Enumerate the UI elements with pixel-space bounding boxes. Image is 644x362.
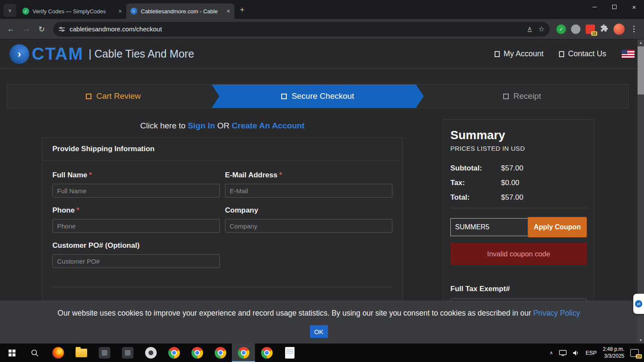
cookie-ok-button[interactable]: OK <box>310 325 328 338</box>
app-icon <box>122 347 134 359</box>
step-label: Receipt <box>513 91 541 101</box>
customer-po-input[interactable] <box>52 254 220 268</box>
chrome-icon <box>189 345 205 361</box>
scroll-up-icon[interactable]: ▲ <box>638 40 644 46</box>
back-button[interactable]: ← <box>3 22 18 37</box>
browser-toolbar: ← → ↻ cabletiesandmore.com/checkout A ☆ … <box>0 19 644 40</box>
header-links: My Account Contact Us <box>495 49 635 58</box>
close-tab-icon[interactable]: × <box>227 8 230 15</box>
clock-time: 2:48 p.m. <box>603 346 624 353</box>
step-label: Secure Checkout <box>292 91 354 101</box>
windows-logo-icon <box>9 350 12 353</box>
taskbar-app-2[interactable] <box>116 344 139 362</box>
extension-icon[interactable] <box>571 24 580 34</box>
teamviewer-widget[interactable]: ⇄ <box>633 294 644 314</box>
reload-button[interactable]: ↻ <box>34 22 49 37</box>
tab-simplycodes[interactable]: ✓ Verify Codes — SimplyCodes × <box>18 3 126 19</box>
required-asterisk: * <box>89 171 92 179</box>
taskbar-app-3[interactable] <box>139 344 162 362</box>
tab-search-button[interactable]: ∨ <box>3 4 16 17</box>
coupon-error-alert: Invalid coupon code <box>450 243 587 265</box>
tax-exempt-label: Full Tax Exempt# <box>450 285 587 293</box>
taskbar-chrome-1[interactable] <box>162 344 185 362</box>
start-button[interactable] <box>0 344 23 362</box>
subtotal-value: $57.00 <box>501 164 587 173</box>
system-tray: ∧ ESP 2:48 p.m. 3/3/2025 20 <box>550 346 644 359</box>
create-account-link[interactable]: Create An Account <box>232 121 305 130</box>
signin-or: OR <box>215 121 232 130</box>
taskbar-notepad[interactable] <box>278 344 301 362</box>
taskbar-chrome-2[interactable] <box>185 344 209 362</box>
forward-button[interactable]: → <box>19 22 33 37</box>
close-tab-icon[interactable]: × <box>118 8 122 15</box>
simplycodes-extension-icon[interactable]: ✓ <box>556 24 566 34</box>
ctam-logo-icon[interactable]: › <box>9 44 29 64</box>
blocker-extension-icon[interactable]: 15 <box>586 24 595 34</box>
display-icon[interactable] <box>559 350 567 356</box>
contact-us-link[interactable]: Contact Us <box>559 49 606 58</box>
shipping-panel-title: Provide Shipping Information <box>43 138 402 161</box>
logo-text[interactable]: CTAM <box>32 44 84 64</box>
company-input[interactable] <box>225 219 392 233</box>
taskbar-clock[interactable]: 2:48 p.m. 3/3/2025 <box>603 346 624 359</box>
tab-title: Cabletiesandmore.com - Cable <box>141 8 223 15</box>
taskbar-chrome-active[interactable] <box>232 344 255 362</box>
privacy-policy-link[interactable]: Privacy Policy <box>533 309 580 317</box>
address-bar[interactable]: cabletiesandmore.com/checkout A ☆ <box>53 22 550 37</box>
apply-coupon-button[interactable]: Apply Coupon <box>528 217 587 237</box>
full-name-input[interactable] <box>52 184 220 198</box>
email-input[interactable] <box>225 184 392 198</box>
chevron-down-icon: ∨ <box>8 8 12 13</box>
full-name-field-group: Full Name* <box>52 162 220 198</box>
form-divider <box>52 287 392 287</box>
customer-po-label: Customer PO# (Optional) <box>52 241 392 250</box>
total-row: Total: $57.00 <box>450 193 587 202</box>
summary-title: Summary <box>450 128 587 142</box>
translate-icon[interactable]: A <box>527 25 534 33</box>
app-icon <box>145 347 157 359</box>
maximize-icon <box>612 5 617 9</box>
tab-cabletiesandmore[interactable]: › Cabletiesandmore.com - Cable × <box>126 3 234 19</box>
taskbar: ∧ ESP 2:48 p.m. 3/3/2025 20 <box>0 344 644 362</box>
language-indicator[interactable]: ESP <box>586 350 597 356</box>
taskbar-search-button[interactable] <box>23 344 46 362</box>
close-window-button[interactable]: × <box>624 0 644 14</box>
volume-icon[interactable] <box>573 350 580 356</box>
notification-center-icon[interactable]: 20 <box>630 349 639 357</box>
tax-row: Tax: $0.00 <box>450 179 587 187</box>
step-cart-review[interactable]: Cart Review <box>7 85 219 108</box>
teamviewer-icon: ⇄ <box>635 300 642 307</box>
us-flag-icon[interactable] <box>622 50 635 58</box>
taskbar-file-explorer[interactable] <box>70 344 93 362</box>
ctam-favicon-icon: › <box>131 8 137 15</box>
taskbar-chrome-4[interactable] <box>255 344 278 362</box>
scrollbar-thumb[interactable] <box>638 46 644 94</box>
taskbar-chrome-3[interactable] <box>209 344 232 362</box>
total-label: Total: <box>450 193 501 202</box>
my-account-link[interactable]: My Account <box>495 49 544 58</box>
tax-label: Tax: <box>450 179 501 187</box>
cookie-banner: Our website uses cookies to improve your… <box>0 301 638 344</box>
browser-menu-icon[interactable] <box>633 28 635 30</box>
extensions-puzzle-icon[interactable] <box>600 24 608 34</box>
coupon-input[interactable] <box>450 218 528 236</box>
new-tab-button[interactable]: + <box>236 4 248 16</box>
step-receipt[interactable]: Receipt <box>416 85 628 108</box>
phone-input[interactable] <box>52 219 220 233</box>
email-label: E-Mail Address* <box>225 171 392 179</box>
sign-in-link[interactable]: Sign In <box>188 121 215 130</box>
customer-po-field-group: Customer PO# (Optional) <box>52 241 392 268</box>
chrome-icon <box>236 345 252 361</box>
bookmark-star-icon[interactable]: ☆ <box>538 25 544 33</box>
url-text[interactable]: cabletiesandmore.com/checkout <box>70 25 522 33</box>
maximize-button[interactable] <box>605 0 624 14</box>
tray-chevron-up-icon[interactable]: ∧ <box>550 350 553 356</box>
taskbar-firefox[interactable] <box>46 344 70 362</box>
site-info-icon[interactable] <box>58 26 65 33</box>
minimize-button[interactable] <box>585 0 605 14</box>
profile-avatar[interactable] <box>614 24 625 35</box>
step-secure-checkout[interactable]: Secure Checkout <box>212 85 424 108</box>
taskbar-app-1[interactable] <box>93 344 116 362</box>
scroll-down-icon[interactable]: ▼ <box>638 337 644 344</box>
clock-date: 3/3/2025 <box>603 353 624 360</box>
